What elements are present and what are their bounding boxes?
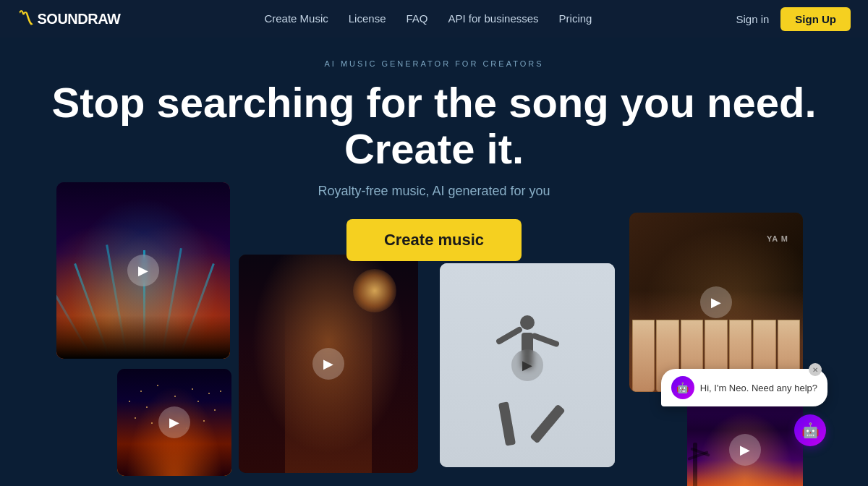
logo-text: SOUNDRAW [38, 11, 121, 27]
nav-links: Create Music License FAQ API for busines… [264, 12, 592, 25]
sunset-glow [687, 472, 803, 486]
play-button-piano[interactable]: ▶ [700, 286, 732, 318]
logo-icon: 〽 [17, 9, 33, 28]
nav-item-pricing[interactable]: Pricing [559, 12, 592, 25]
neo-chat-button[interactable]: 🤖 [794, 414, 826, 446]
person-silhouette [285, 299, 372, 473]
sign-up-button[interactable]: Sign Up [780, 7, 851, 31]
palm-leaf-2 [690, 447, 710, 456]
palm-trunk [693, 443, 697, 486]
play-button-disco[interactable]: ▶ [312, 348, 344, 380]
city-windows [117, 369, 231, 476]
video-card-disco[interactable]: ▶ [239, 255, 418, 473]
nav-item-create-music[interactable]: Create Music [264, 12, 328, 25]
tropical-bg [687, 399, 803, 486]
play-button-tropical[interactable]: ▶ [729, 434, 761, 466]
dancer-bg [440, 263, 615, 467]
hero-title-line2: Create it. [344, 125, 524, 172]
neo-icon: 🤖 [801, 422, 820, 439]
city-lights [117, 369, 231, 476]
logo[interactable]: 〽 SOUNDRAW [17, 9, 120, 28]
video-card-tropical[interactable]: ▶ [687, 399, 803, 486]
page-wrapper: 〽 SOUNDRAW Create Music License FAQ API … [0, 0, 868, 486]
sign-in-link[interactable]: Sign in [736, 13, 769, 25]
create-music-button[interactable]: Create music [346, 219, 522, 261]
disco-bg [239, 255, 418, 473]
video-card-city[interactable]: ▶ [117, 369, 231, 476]
nav-item-api[interactable]: API for businesses [448, 12, 539, 25]
crowd-silhouette [56, 315, 230, 359]
play-button-city[interactable]: ▶ [158, 406, 190, 438]
play-button-dancer[interactable]: ▶ [511, 349, 543, 381]
nav-item-license[interactable]: License [349, 12, 386, 25]
video-card-dancer[interactable]: ▶ [440, 263, 615, 467]
chat-message: Hi, I'm Neo. Need any help? [700, 383, 817, 393]
hero-title: Stop searching for the song you need. Cr… [14, 80, 854, 172]
ai-label: AI MUSIC GENERATOR FOR CREATORS [14, 59, 854, 68]
nav-item-faq[interactable]: FAQ [406, 12, 427, 25]
navbar: 〽 SOUNDRAW Create Music License FAQ API … [0, 0, 868, 38]
chat-close-button[interactable]: ✕ [809, 363, 822, 376]
hero-subtitle: Royalty-free music, AI generated for you [14, 184, 854, 199]
palm-leaf-1 [687, 451, 709, 461]
nav-right: Sign in Sign Up [736, 7, 851, 31]
hero-title-line1: Stop searching for the song you need. [52, 79, 817, 126]
chat-bubble: ✕ 🤖 Hi, I'm Neo. Need any help? [661, 369, 827, 406]
hero-section: AI MUSIC GENERATOR FOR CREATORS Stop sea… [0, 38, 868, 278]
neo-avatar: 🤖 [671, 376, 694, 399]
dancer-figure [502, 315, 553, 446]
